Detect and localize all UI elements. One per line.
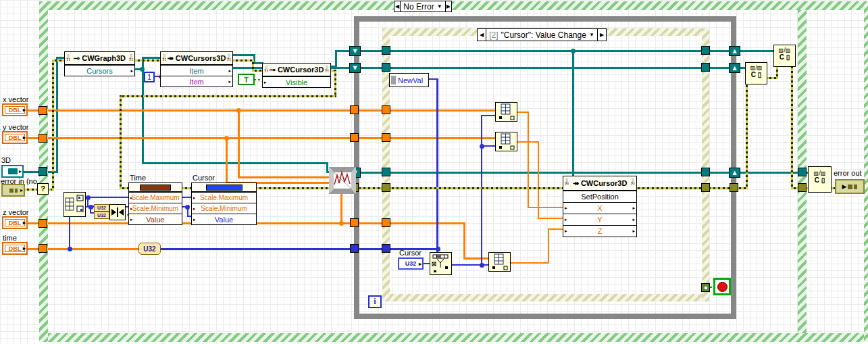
invoke-icon: ↠ xyxy=(168,54,174,63)
u32-conversion-b[interactable]: U32 xyxy=(94,212,109,219)
case-next-arrow-icon[interactable]: ▶ xyxy=(445,1,451,11)
graph3d-label: 3D xyxy=(1,156,11,164)
event-next-arrow-icon[interactable]: ▶ xyxy=(597,29,606,41)
property-node-time[interactable]: ▸Scale.Maximum ▸Scale.Minimum ▸Value xyxy=(128,182,182,225)
tunnel-z-case xyxy=(39,219,47,228)
time-terminal[interactable]: DBL▸ xyxy=(2,242,28,255)
y-vector-label: y vector xyxy=(3,123,29,131)
wire-cwcursors-refout xyxy=(233,54,255,56)
refnum-glyph-icon xyxy=(8,168,18,174)
error-in-out-arrow-icon: ▸ xyxy=(20,187,23,193)
z-vector-terminal[interactable]: DBL▸ xyxy=(2,216,28,229)
x-vector-terminal[interactable]: DBL▸ xyxy=(2,103,28,116)
junction-time xyxy=(436,247,440,251)
invoke-row-item2[interactable]: Item xyxy=(189,78,203,86)
case-selector[interactable]: ◀ No Error▼ ▶ xyxy=(394,1,452,12)
x-vector-out-arrow-icon: ▸ xyxy=(23,107,26,113)
bundle-node[interactable] xyxy=(109,204,126,220)
close-reference-node-2[interactable]: ▨/▨ C ▯ xyxy=(745,62,767,84)
case-selector-label: No Error xyxy=(403,2,434,11)
param-z[interactable]: Z xyxy=(598,227,603,235)
tunnel-x-while xyxy=(350,105,359,114)
case-dropdown-icon[interactable]: ▼ xyxy=(437,3,442,9)
shift-register-left-2[interactable]: ▼ xyxy=(349,63,361,73)
property-row[interactable]: Cursors xyxy=(86,67,113,75)
error-in-terminal[interactable]: ▸ xyxy=(1,184,25,197)
tunnel-time-case xyxy=(39,244,47,253)
to-u32-conversion[interactable]: U32 xyxy=(138,243,161,255)
error-out-terminal[interactable]: ▶ xyxy=(835,179,865,194)
constant-item-index[interactable]: 1 xyxy=(144,72,155,82)
param-x[interactable]: X xyxy=(597,204,602,212)
shift-register-right-1[interactable]: ▲ xyxy=(729,46,740,56)
row-value[interactable]: Value xyxy=(215,216,233,224)
plot3d-vi[interactable] xyxy=(329,167,356,194)
shift-register-left-1[interactable]: ▼ xyxy=(349,46,361,56)
tunnel-z-while xyxy=(350,218,359,227)
wire-error-main xyxy=(257,187,732,189)
tunnel-ref1-event-out xyxy=(701,46,710,55)
tunnel-time-event xyxy=(382,244,390,253)
event-selector[interactable]: ◀ [2]"Cursor": Value Change▼ ▶ xyxy=(477,28,607,41)
plot3d-icon xyxy=(329,167,356,194)
property-row-visible[interactable]: Visible xyxy=(286,78,307,87)
y-vector-terminal[interactable]: DBL▸ xyxy=(2,131,28,144)
invoke-node-cwcursors3d[interactable]: ▯?! ↠CWCursors3D ▯?! Item▸ Item▸ xyxy=(160,51,233,87)
ref-corner-icon: ▯?! xyxy=(66,53,70,62)
shift-register-right-3[interactable]: ▲ xyxy=(729,168,740,178)
slider-icon xyxy=(140,185,171,191)
time-property-label: Time xyxy=(130,174,146,182)
close-reference-node-1[interactable]: ▨/▨ C ▯ xyxy=(773,45,796,67)
case-prev-arrow-icon[interactable]: ◀ xyxy=(394,1,401,11)
index-array-node-z[interactable] xyxy=(488,252,511,272)
wire-error-to-cursor3d xyxy=(252,70,262,72)
row-scale-minimum[interactable]: Scale.Minimum xyxy=(132,205,178,212)
wire-z-branch-down xyxy=(463,222,465,260)
junction-time-branch xyxy=(68,247,72,251)
wire-y-branch-down xyxy=(226,137,228,184)
error-out-label: error out xyxy=(834,169,862,177)
graph3d-terminal[interactable]: ▸ xyxy=(1,165,24,178)
tunnel-y-event xyxy=(382,133,390,142)
property-node-cwgraph3d[interactable]: ▯?! ⊸CWGraph3D ▯?! Cursors▸ xyxy=(64,51,135,76)
invoke-row-item1[interactable]: Item xyxy=(189,67,203,75)
index-array-node-x[interactable] xyxy=(495,102,517,122)
x-vector-label: x vector xyxy=(3,95,29,103)
row-value[interactable]: Value xyxy=(146,216,164,224)
event-data-node-newval[interactable]: NewVal xyxy=(389,73,429,87)
wire-error-down1 xyxy=(334,70,336,97)
constant-true[interactable]: T xyxy=(238,74,255,85)
shift-register-right-2[interactable]: ▲ xyxy=(729,63,740,73)
index-array-icon xyxy=(489,253,510,271)
event-dropdown-icon[interactable]: ▼ xyxy=(589,32,594,38)
u32-conversion-a[interactable]: U32 xyxy=(94,204,109,212)
property-node-cwcursor3d[interactable]: ▯?! ⊸CWCursor3D ▯?! ▸Visible xyxy=(262,63,331,88)
wire-z-to-index3 xyxy=(463,257,490,260)
cursor-control-terminal[interactable]: U32 ▸ xyxy=(398,257,424,270)
tunnel-center xyxy=(705,287,707,289)
tunnel-x-event xyxy=(382,105,390,114)
index-array-node-y[interactable] xyxy=(495,132,517,151)
junction-z xyxy=(339,221,344,226)
event-prev-arrow-icon[interactable]: ◀ xyxy=(478,29,486,41)
cluster-glyph-icon xyxy=(15,189,18,193)
method-setposition[interactable]: SetPosition xyxy=(581,193,619,201)
index-array-icon xyxy=(496,132,517,151)
iteration-terminal[interactable]: i xyxy=(368,295,382,308)
row-scale-minimum[interactable]: Scale.Minimum xyxy=(201,205,247,212)
wire-cursors-down xyxy=(142,68,144,164)
close-ref-c-icon: C ▯ xyxy=(746,71,767,78)
property-node-cursor[interactable]: ▸Scale.Maximum ▸Scale.Minimum ▸Value xyxy=(191,182,257,225)
close-reference-node-3[interactable]: ▨/▨ C ▯ xyxy=(808,166,832,193)
search-1d-array-node[interactable] xyxy=(430,252,452,275)
invoke-node-setposition[interactable]: ▯?! ↠CWCursor3D ▯?! SetPosition ▸X▸ ▸Y▸ … xyxy=(563,176,637,237)
ref-corner-icon: ▯?! xyxy=(227,53,231,62)
array-max-min-node[interactable] xyxy=(63,192,86,217)
row-scale-maximum[interactable]: Scale.Maximum xyxy=(200,194,248,201)
param-y[interactable]: Y xyxy=(597,216,602,224)
loop-condition-terminal[interactable] xyxy=(713,278,731,295)
row-scale-maximum[interactable]: Scale.Maximum xyxy=(131,194,179,201)
wire-index-up xyxy=(481,115,482,265)
tunnel-y-while xyxy=(350,133,359,142)
tunnel-x-case xyxy=(39,106,47,115)
